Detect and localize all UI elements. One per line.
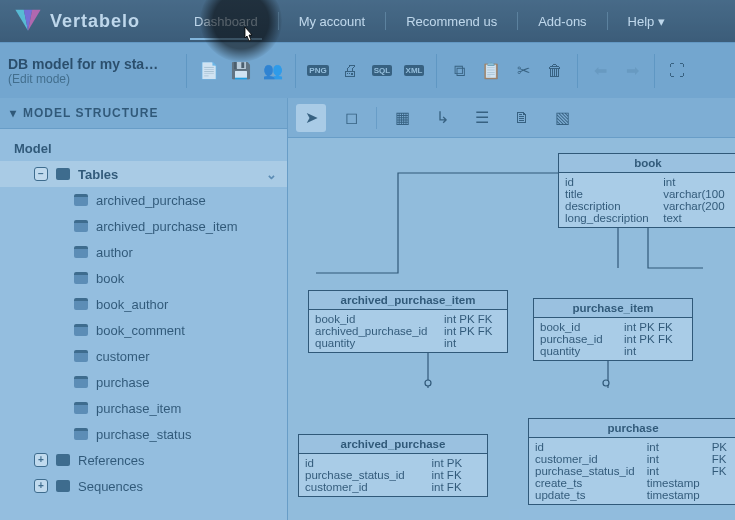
nav-add-ons[interactable]: Add-ons [526, 9, 598, 34]
table-icon [74, 298, 88, 310]
entity-cell: long_description [565, 212, 655, 224]
diagram-canvas[interactable]: ➤ ◻ ▦ ↳ ☰ 🗎 ▧ book idinttitle [288, 98, 735, 520]
tool-new-reference[interactable]: ↳ [427, 104, 457, 132]
entity-cell: FK [712, 465, 731, 477]
export-png-button[interactable]: PNG [304, 57, 332, 85]
export-sql-button[interactable]: SQL [368, 57, 396, 85]
entity-cell: int [647, 453, 704, 465]
tree-sequences[interactable]: + Sequences [0, 473, 287, 499]
entity-cell: book_id [540, 321, 616, 333]
entity-cell: int PK FK [444, 325, 501, 337]
table-icon [74, 246, 88, 258]
nav-my-account[interactable]: My account [287, 9, 377, 34]
chevron-down-icon: ⌄ [266, 167, 277, 182]
redo-button[interactable]: ➡ [618, 57, 646, 85]
tree-item-label: purchase [96, 375, 149, 390]
share-button[interactable]: 👥 [259, 57, 287, 85]
fullscreen-button[interactable]: ⛶ [663, 57, 691, 85]
tree-table-purchase-status[interactable]: purchase_status [0, 421, 287, 447]
tool-new-note[interactable]: 🗎 [507, 104, 537, 132]
tool-select[interactable]: ➤ [296, 104, 326, 132]
tool-new-view[interactable]: ☰ [467, 104, 497, 132]
entity-cell: int PK [432, 457, 481, 469]
entity-purchase[interactable]: purchase idintPKcustomer_idintFKpurchase… [528, 418, 735, 505]
model-tree: Model − Tables ⌄ archived_purchasearchiv… [0, 129, 287, 499]
entity-cell: int [444, 337, 501, 349]
entity-cell: id [535, 441, 639, 453]
save-button[interactable]: 💾 [227, 57, 255, 85]
nav-help[interactable]: Help ▾ [616, 9, 677, 34]
top-nav: Dashboard My account Recommend us Add-on… [182, 9, 677, 34]
entity-cell [712, 477, 731, 489]
entity-cell: id [305, 457, 424, 469]
entity-cell: int PK FK [624, 321, 686, 333]
expand-toggle-icon[interactable]: + [34, 453, 48, 467]
new-file-button[interactable]: 📄 [195, 57, 223, 85]
tree-references-label: References [78, 453, 144, 468]
brand-logo[interactable]: Vertabelo [14, 7, 140, 35]
expand-toggle-icon[interactable]: + [34, 479, 48, 493]
entity-cell: id [565, 176, 655, 188]
tree-table-purchase-item[interactable]: purchase_item [0, 395, 287, 421]
undo-button[interactable]: ⬅ [586, 57, 614, 85]
entity-cell: int [647, 441, 704, 453]
tree-table-archived-purchase-item[interactable]: archived_purchase_item [0, 213, 287, 239]
entity-cell: purchase_status_id [535, 465, 639, 477]
model-title-block[interactable]: DB model for my sta… (Edit mode) [8, 56, 178, 86]
collapse-icon: ▾ [10, 106, 17, 120]
vertabelo-logo-icon [14, 7, 42, 35]
tree-tables-group[interactable]: − Tables ⌄ [0, 161, 287, 187]
entity-title: archived_purchase_item [309, 291, 507, 310]
entity-cell: create_ts [535, 477, 639, 489]
tree-table-book[interactable]: book [0, 265, 287, 291]
entity-cell: int [624, 345, 686, 357]
cut-button[interactable]: ✂ [509, 57, 537, 85]
table-icon [74, 402, 88, 414]
entity-cell: purchase_id [540, 333, 616, 345]
tool-marquee[interactable]: ◻ [336, 104, 366, 132]
delete-button[interactable]: 🗑 [541, 57, 569, 85]
tree-table-author[interactable]: author [0, 239, 287, 265]
copy-button[interactable]: ⧉ [445, 57, 473, 85]
tree-item-label: purchase_status [96, 427, 191, 442]
nav-recommend-us[interactable]: Recommend us [394, 9, 509, 34]
entity-cell: int PK FK [624, 333, 686, 345]
entity-cell: FK [712, 453, 731, 465]
sidebar-title: MODEL STRUCTURE [23, 106, 158, 120]
tree-root[interactable]: Model [0, 135, 287, 161]
brand-text: Vertabelo [50, 11, 140, 32]
nav-dashboard[interactable]: Dashboard [182, 9, 270, 34]
entity-archived-purchase-item[interactable]: archived_purchase_item book_idint PK FKa… [308, 290, 508, 353]
entity-cell: text [663, 212, 731, 224]
tool-new-table[interactable]: ▦ [387, 104, 417, 132]
tree-references[interactable]: + References [0, 447, 287, 473]
tree-item-label: archived_purchase_item [96, 219, 238, 234]
table-icon [74, 324, 88, 336]
tree-table-customer[interactable]: customer [0, 343, 287, 369]
tree-table-archived-purchase[interactable]: archived_purchase [0, 187, 287, 213]
tree-item-label: customer [96, 349, 149, 364]
tree-table-book-author[interactable]: book_author [0, 291, 287, 317]
entity-cell: update_ts [535, 489, 639, 501]
tree-table-purchase[interactable]: purchase [0, 369, 287, 395]
entity-book[interactable]: book idinttitlevarchar(100descriptionvar… [558, 153, 735, 228]
entity-archived-purchase[interactable]: archived_purchase idint PKpurchase_statu… [298, 434, 488, 497]
entity-cell [712, 489, 731, 501]
export-xml-button[interactable]: XML [400, 57, 428, 85]
paste-button[interactable]: 📋 [477, 57, 505, 85]
model-title: DB model for my sta… [8, 56, 178, 72]
tree-item-label: author [96, 245, 133, 260]
model-mode: (Edit mode) [8, 72, 178, 86]
references-icon [56, 454, 70, 466]
entity-purchase-item[interactable]: purchase_item book_idint PK FKpurchase_i… [533, 298, 693, 361]
tool-new-area[interactable]: ▧ [547, 104, 577, 132]
print-button[interactable]: 🖨 [336, 57, 364, 85]
entity-title: purchase_item [534, 299, 692, 318]
tree-table-book-comment[interactable]: book_comment [0, 317, 287, 343]
table-icon [74, 428, 88, 440]
table-icon [74, 220, 88, 232]
table-icon [74, 350, 88, 362]
entity-cell: quantity [315, 337, 436, 349]
sidebar-heading[interactable]: ▾ MODEL STRUCTURE [0, 98, 287, 129]
collapse-toggle-icon[interactable]: − [34, 167, 48, 181]
